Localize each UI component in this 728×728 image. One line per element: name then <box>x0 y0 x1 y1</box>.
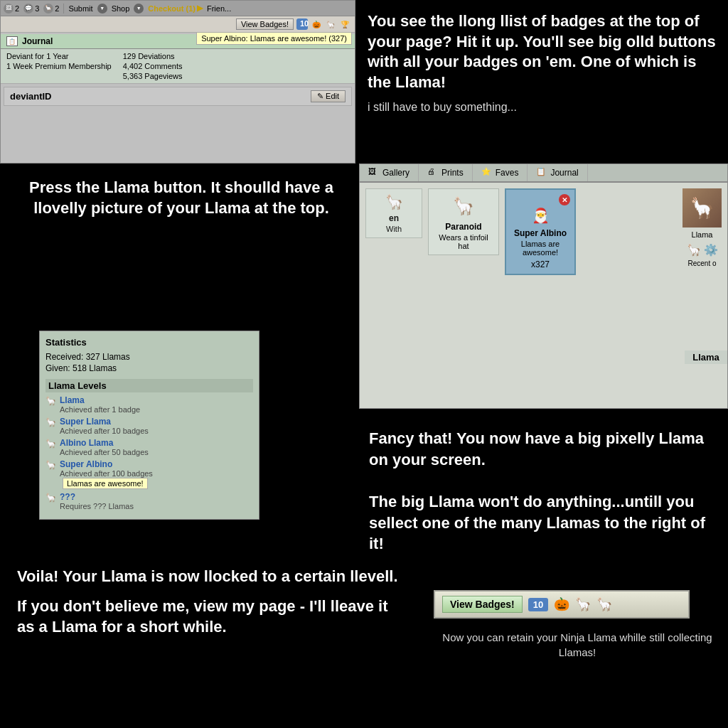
llama-emoji-row: 🦙 ⚙️ <box>687 243 718 257</box>
tab-faves[interactable]: ⭐ Faves <box>473 164 528 181</box>
instruction5-main: Now you can retain your Ninja Llama whil… <box>434 630 721 660</box>
voila-section: Voila! Your Llama is now llocked to a ce… <box>0 555 419 649</box>
llama-icon-level2: 🦙 <box>46 417 57 429</box>
toolbar-icon-3: 🦙 <box>43 4 53 14</box>
tooltip-popup: Llamas are awesome! <box>63 478 148 489</box>
deviant-info: Deviant for 1 Year 1 Week Premium Member… <box>6 52 112 80</box>
instruction1-main: You see the llong llist of badges at the… <box>368 11 719 92</box>
journal-icon: 📋 <box>6 36 18 46</box>
gallery-tab-icon: 🖼 <box>368 167 380 178</box>
view-badges-bar-big: View Badges! 10 🎃 🦙 🦙 <box>434 590 690 619</box>
stats-row: Deviant for 1 Year 1 Week Premium Member… <box>1 49 355 84</box>
journal-tab-icon: 📋 <box>536 167 547 178</box>
pumpkin-icon-big: 🎃 <box>554 596 569 612</box>
instruction3-main: Fancy that! You now have a big pixelly L… <box>369 428 718 555</box>
close-badge-button[interactable]: ✕ <box>559 194 570 205</box>
tab-prints[interactable]: 🖨 Prints <box>419 164 473 181</box>
edit-button[interactable]: ✎ Edit <box>311 90 346 102</box>
llama-icon-level1: 🦙 <box>46 396 57 407</box>
level3-info: Albino Llama Achieved after 50 badges <box>60 438 149 456</box>
view-badges-bar: View Badges! 10 🎃 🦙 🏆 <box>1 16 355 33</box>
toolbar-icon-2: 💬 <box>23 4 33 14</box>
pumpkin-icon: 🎃 <box>311 18 322 30</box>
da-toolbar: 🖼 2 💬 3 🦙 2 Submit ▼ Shop ▼ Checkout (1)… <box>1 1 355 16</box>
badge-count-big: 10 <box>528 598 548 611</box>
toolbar-item-2[interactable]: 💬 3 <box>23 4 39 14</box>
level-row-3: 🦙 Albino Llama Achieved after 50 badges <box>46 438 253 456</box>
shop-button[interactable]: Shop <box>112 4 130 13</box>
stat-given: Given: 518 Llamas <box>46 363 253 373</box>
recent-label: Recent o <box>687 259 716 267</box>
badge-content: 🦙 en With 🦙 Paranoid Wears a tinfoil hat… <box>360 183 727 404</box>
toolbar-divider <box>63 4 64 14</box>
level-row-4: 🦙 Super Albino Achieved after 100 badges… <box>46 459 253 489</box>
prints-tab-icon: 🖨 <box>427 167 439 178</box>
toolbar-item-1[interactable]: 🖼 2 <box>4 4 19 14</box>
extra-badge-icon: 🏆 <box>339 18 350 30</box>
top-right-instructions: You see the llong llist of badges at the… <box>359 0 728 119</box>
mid-left-instructions: Press the Llama button. It shoulld have … <box>0 164 363 232</box>
instruction4-sub: If you don't believe me, view my page - … <box>17 596 402 638</box>
level-row-1: 🦙 Llama Achieved after 1 badge <box>46 395 253 414</box>
stats-col: 129 Deviations 4,402 Comments 5,363 Page… <box>123 52 183 80</box>
submit-arrow: ▼ <box>97 4 107 14</box>
level4-info: Super Albino Achieved after 100 badges L… <box>60 459 153 489</box>
big-llama-column: 🦙 Llama 🦙 ⚙️ Recent o <box>682 188 722 267</box>
faves-tab-icon: ⭐ <box>481 167 493 178</box>
paranoid-icon: 🦙 <box>453 196 474 216</box>
fancy-text-section: Fancy that! You now have a big pixelly L… <box>359 419 728 563</box>
llama-levels-title: Llama Levels <box>46 379 253 392</box>
submit-button[interactable]: Submit <box>68 4 92 13</box>
stat-received: Received: 327 Llamas <box>46 352 253 362</box>
toolbar-icon-1: 🖼 <box>4 4 14 14</box>
friends-button[interactable]: Frien... <box>207 4 231 13</box>
stats-box-title: Statistics <box>46 337 253 348</box>
da-ui-mockup: 🖼 2 💬 3 🦙 2 Submit ▼ Shop ▼ Checkout (1)… <box>0 0 355 164</box>
tab-gallery[interactable]: 🖼 Gallery <box>360 164 419 181</box>
super-albino-icon: 🎅 <box>532 207 550 224</box>
level2-info: Super Llama Achieved after 10 badges <box>60 417 149 435</box>
llama-header-label: Llama <box>685 350 727 364</box>
big-llama-pixel: 🦙 <box>682 188 722 228</box>
level-row-2: 🦙 Super Llama Achieved after 10 badges <box>46 417 253 435</box>
instruction2-main: Press the Llama button. It shoulld have … <box>14 178 348 218</box>
shop-arrow: ▼ <box>134 4 144 14</box>
badge-panel: 🖼 Gallery 🖨 Prints ⭐ Faves 📋 Journal Lla… <box>359 164 728 409</box>
llama-icon-level3: 🦙 <box>46 439 57 450</box>
badge-tabs: 🖼 Gallery 🖨 Prints ⭐ Faves 📋 Journal <box>360 164 727 183</box>
view-badges-button[interactable]: View Badges! <box>236 18 294 30</box>
notification-popup: Super Albino: Llamas are awesome! (327) <box>196 32 352 45</box>
ninja-badge-icon-big: 🦙 <box>596 596 612 612</box>
tab-journal[interactable]: 📋 Journal <box>528 164 587 181</box>
toolbar-item-3[interactable]: 🦙 2 <box>43 4 59 14</box>
bottom-right-section: View Badges! 10 🎃 🦙 🦙 Now you can retain… <box>427 583 728 667</box>
super-albino-badge-card[interactable]: ✕ 🎅 Super Albino Llamas are awesome! x32… <box>505 188 576 275</box>
llama-label-right: Llama <box>692 230 713 239</box>
llama-badge-icon-big: 🦙 <box>575 596 591 612</box>
level5-info: ??? Requires ??? Llamas <box>60 492 134 510</box>
partial-llama-icon: 🦙 <box>385 193 403 210</box>
llama-icon-level4: 🦙 <box>46 460 57 471</box>
partial-badge-card: 🦙 en With <box>365 188 422 238</box>
checkout-button[interactable]: Checkout (1) ▶ <box>148 4 203 13</box>
instruction4-main: Voila! Your Llama is now llocked to a ce… <box>17 566 402 587</box>
view-badges-big-button[interactable]: View Badges! <box>442 596 523 613</box>
paranoid-badge-card[interactable]: 🦙 Paranoid Wears a tinfoil hat <box>428 188 499 255</box>
badge-count: 10 <box>296 18 308 30</box>
instruction1-sub: i still have to buy something... <box>368 101 719 114</box>
deviantid-row: deviantID ✎ Edit <box>4 87 352 106</box>
level1-info: Llama Achieved after 1 badge <box>60 395 140 414</box>
settings-icon: ⚙️ <box>704 243 718 257</box>
llama-badge-icon: 🦙 <box>325 18 336 30</box>
llama-icon-level5: 🦙 <box>46 493 57 504</box>
level-row-5: 🦙 ??? Requires ??? Llamas <box>46 492 253 510</box>
statistics-box: Statistics Received: 327 Llamas Given: 5… <box>39 331 259 520</box>
llama-emoji-1: 🦙 <box>687 243 701 257</box>
